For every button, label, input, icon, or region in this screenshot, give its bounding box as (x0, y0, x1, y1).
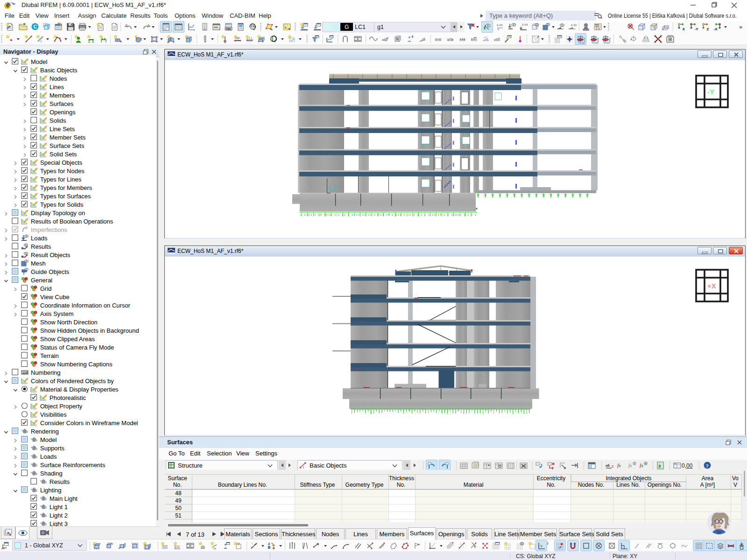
svg-text:6: 6 (6, 3, 9, 8)
svg-text:2 2112 2 18 1012.2 2 22: 2 2112 2 18 1012.2 2 22 2 2812 22 25 2 8… (300, 213, 477, 216)
svg-text:x.xx: x.xx (497, 23, 503, 27)
svg-text:x.xx: x.xx (522, 23, 528, 26)
svg-text:+-: +- (284, 26, 288, 29)
svg-text:123: 123 (22, 371, 28, 374)
svg-text:C: C (34, 24, 37, 29)
svg-text:>>_: >>_ (214, 26, 220, 29)
svg-text:-X: -X (714, 27, 718, 31)
svg-text:I: I (275, 40, 275, 43)
svg-text:>sc: >sc (226, 27, 231, 30)
svg-text:6: 6 (273, 546, 275, 550)
svg-text:2: 2 (268, 542, 270, 546)
svg-text:+X: +X (707, 282, 716, 290)
svg-text:xx: xx (213, 547, 216, 550)
svg-text:Z: Z (707, 27, 709, 31)
svg-text:-Y: -Y (695, 27, 699, 31)
svg-text:x.xx: x.xx (571, 23, 577, 27)
svg-text:X: X (683, 27, 685, 31)
svg-text:x: x (202, 544, 204, 547)
svg-text:I: I (41, 40, 42, 43)
svg-text:-Y: -Y (707, 88, 714, 96)
